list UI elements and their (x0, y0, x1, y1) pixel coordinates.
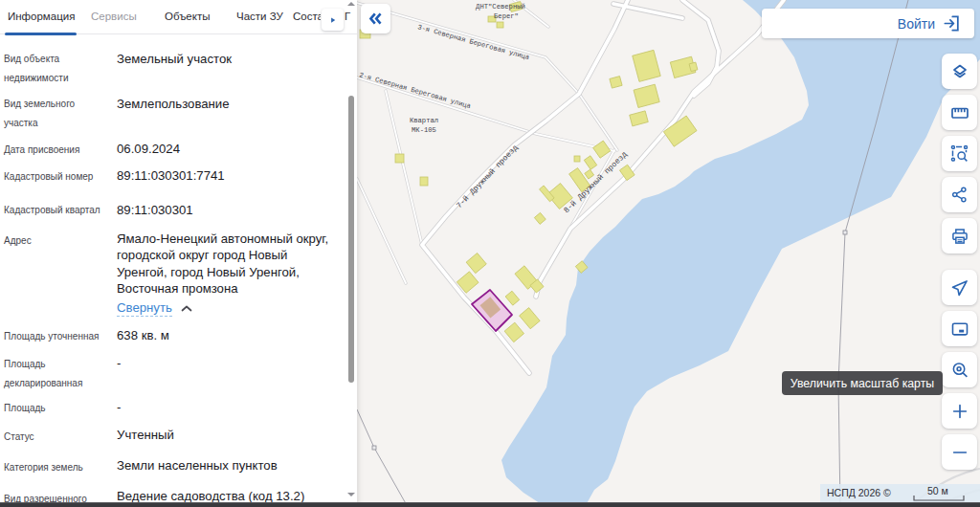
svg-text:Берег": Берег" (494, 12, 519, 20)
svg-text:Квартал: Квартал (410, 117, 438, 124)
svg-text:ДНТ"Северный: ДНТ"Северный (476, 3, 525, 11)
svg-text:МК-105: МК-105 (412, 126, 436, 134)
